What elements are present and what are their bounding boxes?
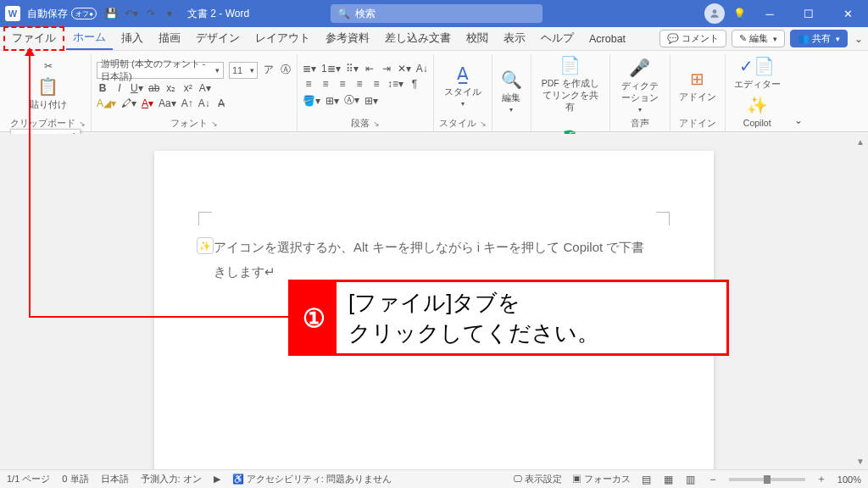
tab-acrobat[interactable]: Acrobat	[582, 30, 632, 48]
tab-draw[interactable]: 描画	[152, 28, 187, 49]
bullets-icon[interactable]: ≣▾	[303, 63, 316, 75]
tab-layout[interactable]: レイアウト	[248, 28, 317, 49]
hint-icon[interactable]: 💡	[733, 8, 746, 19]
close-button[interactable]: ✕	[832, 8, 863, 20]
scroll-down-icon[interactable]: ▼	[856, 457, 865, 466]
snap-grid-icon[interactable]: ⊞▾	[364, 95, 378, 107]
group-label-voice: 音声	[631, 118, 649, 130]
status-words[interactable]: 0 単語	[62, 473, 88, 485]
share-button[interactable]: 👥 共有	[790, 30, 848, 47]
tab-insert[interactable]: 挿入	[114, 28, 150, 49]
dialog-launcher-icon[interactable]: ↘	[79, 119, 86, 128]
italic-icon[interactable]: I	[114, 82, 125, 94]
tab-view[interactable]: 表示	[497, 28, 532, 49]
borders-icon[interactable]: ⊞▾	[326, 95, 339, 107]
superscript-icon[interactable]: x²	[182, 82, 194, 94]
dialog-launcher-icon[interactable]: ↘	[480, 119, 487, 128]
status-accessibility[interactable]: ♿ アクセシビリティ: 問題ありません	[232, 473, 392, 485]
dialog-launcher-icon[interactable]: ↘	[211, 119, 218, 128]
cut-icon[interactable]: ✂	[42, 60, 54, 72]
tab-mailings[interactable]: 差し込み文書	[378, 28, 458, 49]
font-name-combo[interactable]: 游明朝 (本文のフォント - 日本語)▾	[97, 62, 224, 79]
save-icon[interactable]: 💾	[105, 8, 118, 19]
text-effect-icon[interactable]: A▾	[199, 82, 211, 94]
group-paragraph: ≣▾ 1≣▾ ⠿▾ ⇤ ⇥ ✕▾ A↓ ≡ ≡ ≡ ≡ ≡ ↕≡▾ ¶ 🪣▾ ⊞…	[298, 54, 434, 131]
align-right-icon[interactable]: ≡	[337, 78, 348, 90]
justify-icon[interactable]: ≡	[353, 78, 365, 90]
char-shading-icon[interactable]: Aa▾	[159, 97, 176, 109]
minimize-button[interactable]: ─	[754, 8, 785, 20]
user-avatar[interactable]	[704, 3, 725, 24]
create-pdf-button[interactable]: 📄PDF を作成してリンクを共有	[537, 54, 604, 114]
decrease-indent-icon[interactable]: ⇤	[364, 63, 376, 75]
zoom-value[interactable]: 100%	[837, 474, 861, 485]
font-color-icon[interactable]: A▾	[142, 97, 153, 109]
pdf-icon: 📄	[559, 54, 581, 76]
redo-icon[interactable]: ↷	[145, 8, 157, 19]
editing-button[interactable]: 🔍編集▾	[498, 69, 526, 114]
scroll-up-icon[interactable]: ▲	[856, 137, 865, 147]
vertical-scrollbar[interactable]: ▲ ▼	[854, 137, 866, 466]
ribbon-collapse-icon[interactable]: ⌄	[853, 33, 865, 45]
zoom-in-icon[interactable]: ＋	[815, 472, 827, 486]
maximize-button[interactable]: ☐	[793, 8, 824, 20]
tab-help[interactable]: ヘルプ	[534, 28, 581, 49]
search-icon: 🔍	[337, 8, 350, 19]
view-read-icon[interactable]: ▤	[641, 474, 653, 485]
dialog-launcher-icon[interactable]: ↘	[373, 119, 380, 128]
clear-format-icon[interactable]: A̶	[215, 97, 227, 109]
zoom-out-icon[interactable]: −	[707, 474, 719, 485]
paste-button[interactable]: 📋 貼り付け	[26, 75, 70, 111]
zoom-slider[interactable]	[729, 478, 805, 481]
enclose-char-icon[interactable]: Ⓐ	[280, 63, 292, 77]
dictation-button[interactable]: 🎤ディクテーション▾	[615, 57, 665, 114]
shrink-font-icon[interactable]: A↓	[198, 97, 210, 109]
tab-review[interactable]: 校閲	[459, 28, 495, 49]
search-box[interactable]: 🔍 検索	[331, 4, 542, 23]
addin-button[interactable]: ⊞アドイン	[676, 68, 720, 103]
status-predict[interactable]: 予測入力: オン	[141, 473, 202, 485]
numbering-icon[interactable]: 1≣▾	[321, 63, 341, 75]
editor-button[interactable]: ✓📄エディター	[731, 55, 784, 91]
display-settings[interactable]: 🖵 表示設定	[513, 473, 562, 485]
shading-icon[interactable]: 🪣▾	[303, 95, 320, 107]
autosave-toggle[interactable]: 自動保存 オフ ●	[27, 7, 97, 21]
tab-design[interactable]: デザイン	[189, 28, 247, 49]
underline-icon[interactable]: U▾	[131, 82, 143, 94]
strike-icon[interactable]: ab	[148, 82, 160, 94]
sort-icon[interactable]: A↓	[416, 63, 428, 75]
style-gallery[interactable]: A̲スタイル▾	[439, 63, 487, 108]
edit-mode-button[interactable]: ✎ 編集	[732, 30, 785, 47]
copilot-inline-icon[interactable]: ✨	[197, 237, 214, 254]
copilot-button[interactable]: ✨Copilot	[740, 94, 775, 128]
status-language[interactable]: 日本語	[101, 473, 129, 485]
status-macro-icon[interactable]: ▶	[214, 474, 220, 485]
align-left-icon[interactable]: ≡	[303, 78, 314, 90]
group-label-clipboard: クリップボード	[10, 118, 75, 130]
status-page[interactable]: 1/1 ページ	[7, 473, 50, 485]
qat-more-icon[interactable]: ▾	[164, 8, 175, 19]
font-size-combo[interactable]: 11▾	[229, 62, 258, 79]
highlight-icon[interactable]: 🖍▾	[121, 97, 136, 109]
ribbon-options-icon[interactable]: ⌄	[793, 114, 804, 126]
line-spacing-icon[interactable]: ↕≡▾	[387, 78, 403, 90]
comment-button[interactable]: 💬 コメント	[659, 30, 726, 47]
char-scale-icon[interactable]: Ⓐ▾	[344, 93, 359, 108]
asian-layout-icon[interactable]: ✕▾	[398, 63, 411, 75]
bold-icon[interactable]: B	[97, 82, 108, 94]
undo-icon[interactable]: ↶▾	[125, 8, 138, 19]
subscript-icon[interactable]: x₂	[165, 82, 177, 94]
focus-mode[interactable]: ▣ フォーカス	[572, 473, 631, 485]
multilevel-icon[interactable]: ⠿▾	[346, 63, 359, 75]
view-web-icon[interactable]: ▥	[685, 474, 697, 485]
show-marks-icon[interactable]: ¶	[409, 78, 420, 90]
view-print-icon[interactable]: ▦	[663, 474, 675, 485]
text-highlight-icon[interactable]: A◢▾	[97, 97, 116, 109]
grow-font-icon[interactable]: A↑	[181, 97, 193, 109]
tab-home[interactable]: ホーム	[66, 27, 113, 50]
align-center-icon[interactable]: ≡	[320, 78, 331, 90]
tab-references[interactable]: 参考資料	[319, 28, 376, 49]
phonetic-guide-icon[interactable]: ア	[263, 63, 275, 77]
increase-indent-icon[interactable]: ⇥	[381, 63, 392, 75]
distribute-icon[interactable]: ≡	[370, 78, 382, 90]
